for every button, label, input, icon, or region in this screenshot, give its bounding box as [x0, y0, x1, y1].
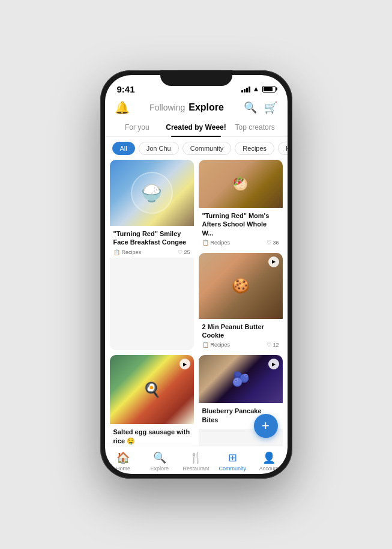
search-icon[interactable]: 🔍: [244, 101, 257, 114]
card-sausage-image: ▶ 🍳: [110, 355, 194, 424]
card-cookie[interactable]: ▶ 🍪 2 Min Peanut Butter Cookie 📋 Recipes: [199, 253, 283, 351]
card-turning-red-category: 📋 Recipes: [202, 240, 231, 246]
content-area: 🍚 "Turning Red" Smiley Face Breakfast Co…: [105, 160, 288, 446]
bottom-nav: 🏠 Home 🔍 Explore 🍴 Restaurant ⊞ Communit…: [105, 446, 288, 474]
card-sausage-title: Salted egg sausage with rice 🤤: [113, 428, 190, 445]
chip-kitchen[interactable]: Kitchen: [278, 142, 287, 155]
card-turning-red-title: "Turning Red" Mom's Afters School Whole …: [202, 211, 279, 237]
card-cookie-category: 📋 Recipes: [202, 342, 231, 348]
tab-created-by-weee[interactable]: Created by Weee!: [164, 120, 227, 136]
tabs-row: For you Created by Weee! Top creators: [105, 120, 288, 137]
nav-home-label: Home: [116, 466, 130, 472]
status-icons: ▲: [241, 85, 276, 93]
nav-explore-label: Explore: [150, 466, 169, 472]
chip-all[interactable]: All: [112, 142, 135, 155]
phone-screen: 9:41 ▲ 🔔 Following Explore: [105, 75, 288, 474]
card-sausage-body: Salted egg sausage with rice 🤤: [110, 424, 194, 446]
play-button-cookie[interactable]: ▶: [268, 256, 279, 267]
restaurant-icon: 🍴: [189, 451, 202, 464]
nav-account-label: Account: [259, 466, 279, 472]
nav-home[interactable]: 🏠 Home: [105, 451, 142, 472]
filter-row: All Jon Chu Community Recipes Kitchen: [105, 137, 288, 160]
cart-icon[interactable]: 🛒: [264, 101, 277, 114]
card-congee-image: 🍚: [110, 160, 194, 226]
explore-icon: 🔍: [153, 451, 166, 464]
card-blueberry-image: ▶ 🫐: [199, 355, 283, 403]
card-turning-red-meta: 📋 Recipes 36: [202, 240, 279, 246]
card-congee-body: "Turning Red" Smiley Face Breakfast Cong…: [110, 226, 194, 258]
card-turning-red-body: "Turning Red" Mom's Afters School Whole …: [199, 208, 283, 248]
content-grid: 🍚 "Turning Red" Smiley Face Breakfast Co…: [110, 160, 283, 446]
card-congee-title: "Turning Red" Smiley Face Breakfast Cong…: [113, 229, 190, 247]
chip-recipes[interactable]: Recipes: [235, 142, 274, 155]
card-cookie-image: ▶ 🍪: [199, 253, 283, 319]
nav-account[interactable]: 👤 Account: [251, 451, 288, 472]
community-icon: ⊞: [228, 451, 237, 464]
play-button-sausage[interactable]: ▶: [179, 359, 190, 369]
card-sausage[interactable]: ▶ 🍳 Salted egg sausage with rice 🤤: [110, 355, 194, 446]
wifi-icon: ▲: [253, 85, 260, 93]
card-cookie-likes: 12: [267, 342, 279, 348]
header: 🔔 Following Explore 🔍 🛒: [105, 98, 288, 120]
card-cookie-title: 2 Min Peanut Butter Cookie: [202, 323, 279, 340]
card-congee-meta: 📋 Recipes 25: [113, 249, 190, 255]
home-icon: 🏠: [116, 451, 130, 464]
card-congee-category: 📋 Recipes: [113, 249, 142, 255]
tab-for-you[interactable]: For you: [110, 120, 165, 136]
heart-icon-4: [267, 342, 271, 348]
status-time: 9:41: [117, 84, 135, 94]
right-column: 🥙 "Turning Red" Mom's Afters School Whol…: [199, 160, 283, 350]
chip-jon-chu[interactable]: Jon Chu: [139, 142, 179, 155]
recipe-icon: 📋: [113, 249, 120, 255]
recipe-icon-2: 📋: [202, 240, 209, 246]
header-actions: 🔍 🛒: [244, 101, 277, 114]
phone-notch: [160, 70, 232, 86]
phone-frame: 9:41 ▲ 🔔 Following Explore: [100, 70, 292, 479]
recipe-icon-4: 📋: [202, 342, 209, 348]
following-nav-label[interactable]: Following: [149, 103, 185, 112]
card-congee[interactable]: 🍚 "Turning Red" Smiley Face Breakfast Co…: [110, 160, 194, 350]
nav-restaurant-label: Restaurant: [182, 466, 209, 472]
card-cookie-body: 2 Min Peanut Butter Cookie 📋 Recipes 12: [199, 319, 283, 351]
chip-community[interactable]: Community: [182, 142, 232, 155]
fab-button[interactable]: +: [254, 414, 278, 438]
nav-community[interactable]: ⊞ Community: [214, 451, 251, 472]
card-congee-likes: 25: [178, 249, 190, 255]
card-turning-red-image: 🥙: [199, 160, 283, 208]
card-turning-red-likes: 36: [267, 240, 279, 246]
account-icon: 👤: [262, 451, 276, 464]
heart-icon-2: [267, 240, 271, 246]
explore-nav-label[interactable]: Explore: [188, 102, 224, 113]
signal-icon: [241, 85, 250, 93]
heart-icon: [178, 249, 182, 255]
tab-top-creators[interactable]: Top creators: [228, 120, 283, 136]
battery-icon: [262, 86, 276, 93]
nav-explore[interactable]: 🔍 Explore: [141, 451, 178, 472]
bell-icon[interactable]: 🔔: [115, 100, 130, 115]
card-cookie-meta: 📋 Recipes 12: [202, 342, 279, 348]
nav-community-label: Community: [219, 466, 247, 472]
header-nav: Following Explore: [149, 102, 224, 113]
nav-restaurant[interactable]: 🍴 Restaurant: [178, 451, 214, 472]
card-turning-red[interactable]: 🥙 "Turning Red" Mom's Afters School Whol…: [199, 160, 283, 248]
play-button-blueberry[interactable]: ▶: [268, 359, 279, 369]
